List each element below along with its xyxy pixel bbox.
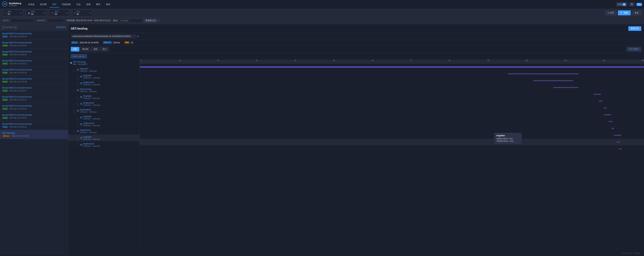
filter-status[interactable]: ≡ 状态 All ▾ bbox=[72, 10, 93, 16]
list-item[interactable]: Mysql/JDBC/Connection/close 0 ms 2022-06… bbox=[0, 49, 68, 58]
trace-meta: 0 ms 2022-06-23 14:55:39 bbox=[2, 108, 66, 110]
trace-meta: 0 ms 2022-06-23 14:55:53 bbox=[2, 53, 66, 56]
trace-ms: 0 ms bbox=[2, 72, 8, 74]
tag-label: 标记: bbox=[113, 19, 118, 22]
span-row[interactable]: /log/traceid Unknown · Unknown bbox=[68, 100, 140, 107]
nav-performance[interactable]: 性能剖析 bbox=[59, 2, 74, 7]
bar-segment bbox=[619, 148, 622, 149]
filter-service[interactable]: ⬡ 服务 All ▾ bbox=[3, 10, 23, 16]
auto-value: 6 bbox=[622, 3, 626, 6]
duration-stat: 持续时间 133 ms bbox=[102, 41, 120, 44]
nav-topology[interactable]: 拓扑图 bbox=[37, 2, 50, 7]
span-row[interactable]: /log/running Unknown · Unknown bbox=[68, 87, 140, 94]
span-name: /log/date bbox=[83, 74, 138, 77]
span-name: /log/waiting bbox=[80, 108, 138, 111]
span-row-highlighted[interactable]: /log/date Unknown · Unknown bbox=[68, 135, 140, 141]
span-row[interactable]: GET:/test/log Http · SpringMVC bbox=[68, 60, 140, 66]
list-item[interactable]: Mysql/JDBC/Connection/close 1 ms 2022-06… bbox=[0, 40, 68, 49]
nav-right: 自动 6 秒 On bbox=[616, 3, 642, 6]
trace-time: 2022-06-23 14:44:05 bbox=[12, 135, 29, 137]
span-dot bbox=[80, 103, 82, 105]
clear-button[interactable]: ✕ 清空 bbox=[605, 11, 616, 15]
copy-icon[interactable]: ⧉ bbox=[137, 35, 139, 38]
nav-items: 仪表盘 拓扑图 追踪 性能剖析 日志 告警 事件 测试 bbox=[25, 1, 616, 8]
trace-time: 2022-06-23 14:55:55 bbox=[9, 45, 27, 47]
span-row[interactable]: /log/date Unknown · Unknown bbox=[68, 94, 140, 100]
tab-stats[interactable]: 统计 bbox=[100, 47, 109, 52]
list-item[interactable]: Mysql/JDBC/Connection/close 1 ms 2022-06… bbox=[0, 112, 68, 121]
trace-id-input[interactable] bbox=[10, 19, 34, 23]
search-button[interactable]: 🔍 搜索 bbox=[618, 11, 631, 15]
trace-ms: 0 ms bbox=[2, 108, 8, 110]
more-button[interactable]: 更多 bbox=[632, 11, 641, 15]
span-service: Unknown · Unknown bbox=[83, 104, 138, 106]
nav-trace[interactable]: 追踪 bbox=[50, 1, 59, 8]
span-row[interactable]: /log/traceid Unknown · Unknown bbox=[68, 141, 140, 148]
tree-connector bbox=[77, 95, 80, 99]
span-row[interactable]: /log/traceid Unknown · Unknown bbox=[68, 121, 140, 128]
ruler: 0 10 20 30 40 50 60 70 80 90 100 110 120… bbox=[140, 60, 644, 64]
tag-input[interactable] bbox=[119, 19, 143, 23]
span-count: 13 bbox=[131, 42, 133, 44]
list-item[interactable]: Mysql/JDBC/Connection/close 0 ms 2022-06… bbox=[0, 94, 68, 103]
span-row[interactable]: /log/start Unknown · Unknown bbox=[68, 66, 140, 73]
nav-test[interactable]: 测试 bbox=[103, 2, 113, 7]
span-service: Unknown · Unknown bbox=[80, 70, 138, 72]
duration-input[interactable] bbox=[47, 19, 64, 23]
next-page-button[interactable]: › bbox=[14, 26, 17, 29]
config-button[interactable]: 配置标记员 bbox=[144, 19, 158, 23]
tab-list[interactable]: 列表 bbox=[71, 47, 79, 52]
list-item[interactable]: Mysql/JDBC/Connection/close 0 ms 2022-06… bbox=[0, 67, 68, 76]
span-info: /log/traceid Unknown · Unknown bbox=[83, 81, 138, 86]
span-row[interactable]: /log/traceid Unknown · Unknown bbox=[68, 80, 140, 87]
help-icon[interactable]: ? bbox=[159, 19, 160, 22]
nav-event[interactable]: 事件 bbox=[93, 2, 103, 7]
list-item-selected[interactable]: GET:/test/log 133 ms 2022-06-23 14:44:05 bbox=[0, 130, 68, 139]
trace-time: 2022-06-23 14:55:47 bbox=[9, 90, 27, 92]
tab-tree[interactable]: 树结构 bbox=[80, 47, 90, 52]
bar-row bbox=[140, 132, 644, 139]
nav-alert[interactable]: 告警 bbox=[84, 2, 93, 7]
view-log-button[interactable]: 查看日志 bbox=[628, 26, 641, 31]
tab-virtual[interactable]: 虚拟 bbox=[91, 47, 100, 52]
search-icon: 🔍 bbox=[621, 12, 623, 14]
export-button[interactable]: 导出为图片 bbox=[627, 47, 641, 52]
span-row[interactable]: /log/ending Unknown · Unknown bbox=[68, 128, 140, 135]
trace-ms: 3 ms bbox=[2, 35, 8, 38]
span-row[interactable]: /log/date Unknown · Unknown bbox=[68, 73, 140, 80]
span-info: /log/start Unknown · Unknown bbox=[80, 67, 138, 72]
auto-badge: 自动 6 bbox=[616, 3, 627, 6]
span-dot bbox=[80, 76, 82, 77]
nav-log[interactable]: 日志 bbox=[74, 2, 84, 7]
filter-instance[interactable]: ▣ 实例 All ▾ bbox=[26, 10, 46, 16]
status-icon: ≡ bbox=[74, 12, 76, 14]
top-nav: SW SkyWalking RocketBot 仪表盘 拓扑图 追踪 性能剖析 … bbox=[0, 0, 644, 9]
bar-segment bbox=[604, 107, 607, 108]
list-item[interactable]: Mysql/JDBC/Connection/close 0 ms 2022-06… bbox=[0, 76, 68, 85]
trace-meta: 1 ms 2022-06-23 14:55:47 bbox=[2, 90, 66, 92]
list-item[interactable]: Mysql/JDBC/Connection/close 0 ms 2022-06… bbox=[0, 103, 68, 112]
trace-ms: 0 ms bbox=[2, 62, 8, 65]
trace-name: Mysql/JDBC/Connection/close bbox=[2, 32, 66, 35]
list-item[interactable]: Mysql/JDBC/Connection/close 0 ms 2022-06… bbox=[0, 58, 68, 67]
tooltip-self-duration: SelfDuration: 1ms bbox=[496, 137, 519, 140]
prev-page-button[interactable]: ‹ bbox=[2, 26, 5, 29]
span-dot bbox=[77, 110, 79, 112]
trace-name: Mysql/JDBC/Connection/close bbox=[2, 50, 66, 53]
list-item[interactable]: Mysql/JDBC/Connection/close 1 ms 2022-06… bbox=[0, 85, 68, 94]
span-row[interactable]: /log/waiting Unknown · Unknown bbox=[68, 107, 140, 114]
trace-time: 2022-06-23 14:55:53 bbox=[9, 54, 27, 56]
filter-endpoint[interactable]: </> 端点 All ▾ bbox=[49, 10, 70, 16]
trace-id-field: 追踪ID: bbox=[3, 19, 34, 23]
service-icon: ⬡ bbox=[4, 12, 7, 14]
span-name: /log/traceid bbox=[83, 81, 138, 84]
span-row[interactable]: /log/date Unknown · Unknown bbox=[68, 114, 140, 121]
list-item[interactable]: Mysql/JDBC/Connection/close 3 ms 2022-06… bbox=[0, 121, 68, 130]
endpoint-arrow: ▾ bbox=[66, 12, 68, 14]
list-item[interactable]: Mysql/JDBC/Connection/close 3 ms 2022-06… bbox=[0, 31, 68, 40]
span-tree: GET:/test/log Http · SpringMVC /log/star… bbox=[68, 60, 140, 250]
bar-row bbox=[140, 98, 644, 105]
nav-dashboard[interactable]: 仪表盘 bbox=[25, 2, 37, 7]
on-badge[interactable]: On bbox=[636, 3, 642, 6]
sort-button[interactable]: 开始时间▼ bbox=[56, 26, 66, 29]
